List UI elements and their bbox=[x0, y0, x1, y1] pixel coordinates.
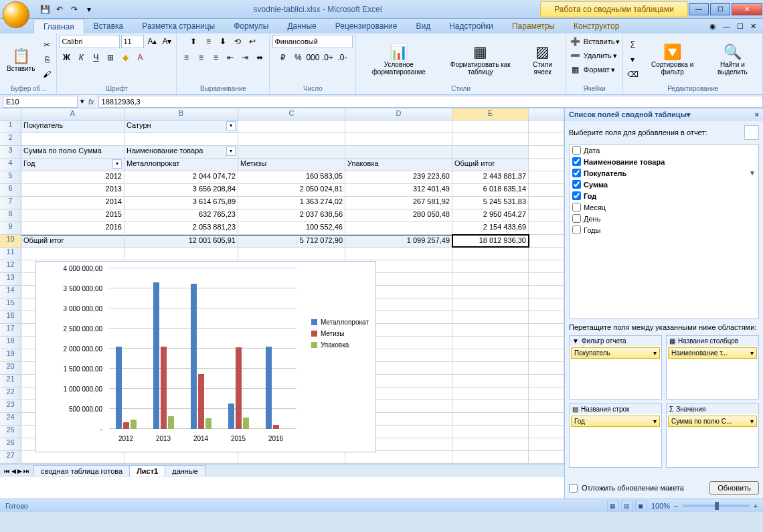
cell[interactable] bbox=[21, 248, 124, 260]
field-item[interactable]: Год bbox=[570, 190, 758, 201]
cell[interactable] bbox=[452, 120, 529, 132]
cell[interactable]: 100 552,46 bbox=[238, 222, 345, 234]
merge-icon[interactable]: ⬌ bbox=[253, 51, 266, 64]
cell[interactable]: Метизы bbox=[238, 159, 345, 171]
row-header[interactable]: 24 bbox=[0, 413, 21, 425]
cell[interactable]: 280 050,48 bbox=[345, 209, 452, 221]
cell[interactable] bbox=[452, 349, 529, 361]
cell[interactable] bbox=[452, 248, 529, 260]
col-header-c[interactable]: C bbox=[238, 108, 345, 120]
first-sheet-icon[interactable]: ⏮ bbox=[4, 468, 10, 474]
fill-icon[interactable]: ▾ bbox=[626, 53, 639, 66]
number-format-select[interactable] bbox=[272, 35, 353, 48]
increase-decimal-icon[interactable]: .0+ bbox=[321, 51, 334, 64]
filter-dropdown-icon[interactable]: ▾ bbox=[226, 121, 236, 130]
field-list[interactable]: ДатаНаименование товараПокупатель▼СуммаГ… bbox=[569, 144, 759, 319]
cell-styles-button[interactable]: ▨Стили ячеек bbox=[522, 37, 562, 82]
chart-bar[interactable] bbox=[205, 418, 211, 429]
align-top-icon[interactable]: ⬆ bbox=[187, 35, 200, 48]
cell[interactable]: 632 765,23 bbox=[124, 209, 238, 221]
page-break-view-icon[interactable]: ▣ bbox=[635, 501, 647, 511]
cell[interactable]: 1 363 274,02 bbox=[238, 197, 345, 209]
row-header[interactable]: 27 bbox=[0, 451, 21, 463]
maximize-button[interactable]: ☐ bbox=[710, 3, 730, 15]
zoom-out-icon[interactable]: − bbox=[674, 502, 678, 510]
cell[interactable] bbox=[452, 400, 529, 412]
undo-icon[interactable]: ↶ bbox=[54, 3, 66, 15]
field-item[interactable]: Сумма bbox=[570, 179, 758, 190]
tab-review[interactable]: Рецензирование bbox=[326, 19, 407, 33]
shrink-font-icon[interactable]: A▾ bbox=[160, 35, 173, 48]
help-icon[interactable]: ◉ bbox=[709, 22, 716, 31]
cell[interactable]: 18 812 936,30 bbox=[452, 235, 529, 247]
cell[interactable]: 6 018 635,14 bbox=[452, 184, 529, 196]
close-button[interactable]: ✕ bbox=[732, 3, 762, 15]
minimize-ribbon-icon[interactable]: — bbox=[723, 22, 730, 30]
cell[interactable]: 2 154 433,69 bbox=[452, 222, 529, 234]
field-item[interactable]: Покупатель▼ bbox=[570, 167, 758, 179]
chart-bar[interactable] bbox=[191, 284, 197, 429]
redo-icon[interactable]: ↷ bbox=[68, 3, 80, 15]
field-item[interactable]: День bbox=[570, 213, 758, 224]
decrease-decimal-icon[interactable]: .0- bbox=[335, 51, 349, 64]
zone-report-filter[interactable]: ▼Фильтр отчета Покупатель▾ bbox=[569, 335, 662, 400]
align-center-icon[interactable]: ≡ bbox=[194, 51, 207, 64]
cell[interactable] bbox=[345, 222, 452, 234]
cell[interactable] bbox=[452, 286, 529, 298]
chart-bar[interactable] bbox=[116, 347, 122, 429]
tab-layout[interactable]: Разметка страницы bbox=[133, 19, 224, 33]
row-header[interactable]: 8 bbox=[0, 209, 21, 221]
paste-button[interactable]: 📋Вставить bbox=[3, 37, 39, 82]
zone-values[interactable]: ΣЗначения Сумма по полю С...▾ bbox=[666, 404, 759, 468]
defer-checkbox[interactable] bbox=[569, 484, 578, 493]
cell[interactable]: Сатурн▾ bbox=[124, 120, 238, 132]
select-all-corner[interactable] bbox=[0, 108, 21, 120]
row-header[interactable]: 9 bbox=[0, 222, 21, 234]
fill-color-icon[interactable]: ◆ bbox=[118, 51, 132, 64]
cell[interactable]: 2 950 454,27 bbox=[452, 209, 529, 221]
currency-icon[interactable]: ₽ bbox=[276, 51, 290, 64]
cell[interactable]: Сумма по полю Сумма bbox=[21, 146, 124, 158]
save-icon[interactable]: 💾 bbox=[39, 3, 51, 15]
conditional-format-button[interactable]: 📊Условное форматирование bbox=[359, 37, 438, 82]
tab-data[interactable]: Данные bbox=[278, 19, 325, 33]
zoom-slider[interactable] bbox=[683, 505, 750, 507]
chart-bar[interactable] bbox=[236, 347, 242, 429]
chart-bar[interactable] bbox=[168, 416, 174, 429]
cell[interactable] bbox=[452, 273, 529, 285]
cell[interactable] bbox=[452, 311, 529, 323]
format-cells-icon[interactable]: ▦ bbox=[569, 63, 582, 76]
delete-cells-icon[interactable]: ➖ bbox=[569, 49, 582, 62]
tab-formulas[interactable]: Формулы bbox=[224, 19, 278, 33]
row-header[interactable]: 26 bbox=[0, 438, 21, 450]
row-header[interactable]: 11 bbox=[0, 248, 21, 260]
cell[interactable] bbox=[452, 337, 529, 349]
cell[interactable]: 2016 bbox=[21, 222, 124, 234]
tab-home[interactable]: Главная bbox=[33, 19, 84, 33]
legend-item[interactable]: Метизы bbox=[311, 330, 369, 337]
zone-row-labels[interactable]: ▤Названия строк Год▾ bbox=[569, 404, 662, 468]
cell[interactable] bbox=[124, 451, 238, 463]
cell[interactable] bbox=[452, 260, 529, 272]
legend-item[interactable]: Металлопрокат bbox=[311, 319, 369, 326]
chart-bar[interactable] bbox=[153, 282, 159, 429]
cell[interactable]: 312 401,49 bbox=[345, 184, 452, 196]
tab-design[interactable]: Конструктор bbox=[564, 19, 628, 33]
col-header-a[interactable]: A bbox=[21, 108, 124, 120]
clear-icon[interactable]: ⌫ bbox=[626, 68, 639, 81]
row-header[interactable]: 23 bbox=[0, 400, 21, 412]
comma-icon[interactable]: 000 bbox=[306, 51, 319, 64]
cell[interactable] bbox=[345, 248, 452, 260]
row-header[interactable]: 7 bbox=[0, 197, 21, 209]
cell[interactable] bbox=[452, 362, 529, 374]
cell[interactable] bbox=[452, 146, 529, 158]
cell[interactable]: 5 712 072,90 bbox=[238, 235, 345, 247]
cell[interactable]: 2 044 074,72 bbox=[124, 171, 238, 183]
cell[interactable]: 12 001 605,91 bbox=[124, 235, 238, 247]
chart-bar[interactable] bbox=[161, 347, 167, 429]
cell[interactable]: 1 099 257,49 bbox=[345, 235, 452, 247]
value-field-item[interactable]: Сумма по полю С...▾ bbox=[668, 416, 757, 427]
copy-icon[interactable]: ⎘ bbox=[40, 53, 54, 66]
cell[interactable]: Металлопрокат bbox=[124, 159, 238, 171]
insert-cells-label[interactable]: Вставить bbox=[584, 37, 615, 46]
